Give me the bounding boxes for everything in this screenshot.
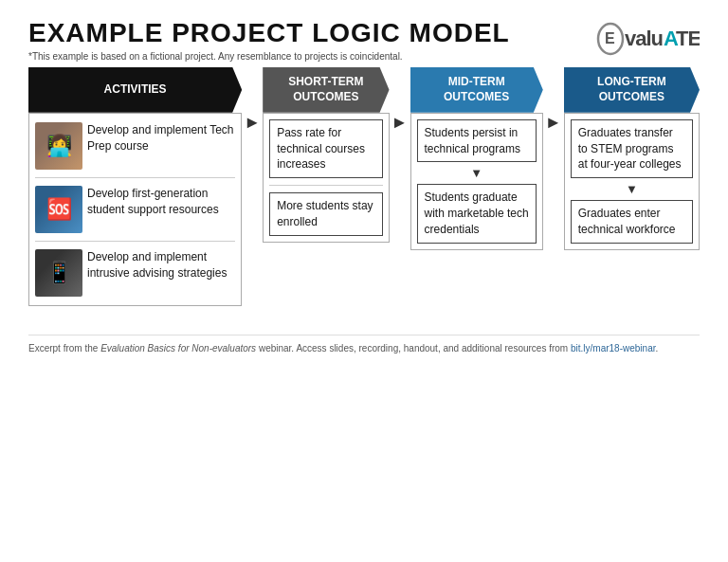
short-term-header: SHORT-TERMOUTCOMES (263, 67, 389, 113)
divider-2 (35, 241, 235, 242)
arrow-mid-to-long: ► (543, 67, 564, 133)
long-term-outcome-1: Graduates transfer to STEM programs at f… (571, 119, 693, 178)
footer-text-middle: webinar. Access slides, recording, hando… (256, 343, 571, 354)
short-term-outcome-2: More students stay enrolled (269, 192, 382, 236)
short-term-body: Pass rate for technical courses increase… (263, 113, 389, 243)
activity-item-2: Develop first-generation student support… (35, 183, 235, 236)
footer-italic: Evaluation Basics for Non-evaluators (100, 343, 256, 354)
footer: Excerpt from the Evaluation Basics for N… (28, 335, 700, 354)
logic-model: ACTIVITIES Develop and implement Tech Pr… (28, 67, 700, 306)
activities-column: ACTIVITIES Develop and implement Tech Pr… (28, 67, 242, 306)
mid-term-outcome-2: Students graduate with marketable tech c… (417, 184, 537, 243)
arrow-short-to-mid: ► (390, 67, 410, 133)
logo-svg: E valu A TE (595, 19, 700, 59)
footer-text-prefix: Excerpt from the (28, 343, 100, 354)
mid-term-column: MID-TERMOUTCOMES Students persist in tec… (410, 67, 543, 250)
long-term-header: LONG-TERMOUTCOMES (564, 67, 700, 113)
footer-text-suffix: . (655, 343, 658, 354)
activity-image-3 (35, 249, 82, 297)
activities-body: Develop and implement Tech Prep course D… (28, 113, 242, 306)
long-term-outcome-2: Graduates enter technical workforce (571, 200, 693, 244)
svg-text:E: E (605, 30, 615, 46)
svg-text:valu: valu (625, 27, 663, 50)
svg-text:TE: TE (676, 27, 700, 50)
activity-item-3: Develop and implement intrusive advising… (35, 246, 235, 299)
activity-text-3: Develop and implement intrusive advising… (87, 249, 235, 281)
short-term-column: SHORT-TERMOUTCOMES Pass rate for technic… (263, 67, 389, 243)
short-term-outcome-1: Pass rate for technical courses increase… (269, 119, 382, 178)
activity-image-1 (35, 122, 82, 170)
divider-1 (35, 177, 235, 178)
subtitle: *This example is based on a fictional pr… (28, 51, 510, 62)
down-arrow-long: ▼ (571, 183, 693, 195)
header-left: EXAMPLE PROJECT LOGIC MODEL *This exampl… (28, 19, 510, 62)
page-header: EXAMPLE PROJECT LOGIC MODEL *This exampl… (28, 19, 700, 62)
activity-text-1: Develop and implement Tech Prep course (87, 122, 235, 154)
activity-text-2: Develop first-generation student support… (87, 186, 235, 218)
page-title: EXAMPLE PROJECT LOGIC MODEL (28, 19, 510, 48)
activity-item-1: Develop and implement Tech Prep course (35, 119, 235, 172)
footer-link[interactable]: bit.ly/mar18-webinar (571, 343, 655, 354)
logo: E valu A TE (595, 19, 700, 59)
activities-header: ACTIVITIES (28, 67, 242, 113)
short-term-divider (269, 185, 382, 186)
long-term-body: Graduates transfer to STEM programs at f… (564, 113, 700, 250)
mid-term-outcome-1: Students persist in technical programs (417, 119, 537, 163)
activity-image-2 (35, 186, 82, 233)
mid-term-body: Students persist in technical programs ▼… (410, 113, 543, 250)
long-term-column: LONG-TERMOUTCOMES Graduates transfer to … (564, 67, 700, 250)
mid-term-header: MID-TERMOUTCOMES (410, 67, 543, 113)
arrow-act-to-short: ► (242, 67, 263, 133)
down-arrow-mid: ▼ (417, 167, 537, 179)
